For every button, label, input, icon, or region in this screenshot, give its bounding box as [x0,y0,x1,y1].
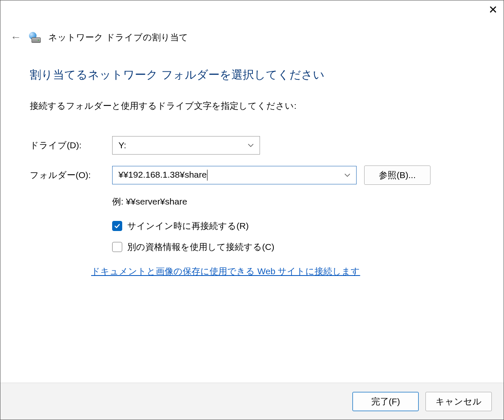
finish-label: 完了(F) [371,396,400,407]
credentials-checkbox[interactable] [112,242,122,252]
page-heading: 割り当てるネットワーク フォルダーを選択してください [30,67,474,82]
drive-label: ドライブ(D): [30,139,112,151]
finish-button[interactable]: 完了(F) [352,392,419,411]
reconnect-label: サインイン時に再接続する(R) [127,220,249,232]
wizard-window: ✕ ← ネットワーク ドライブの割り当て 割り当てるネットワーク フォルダーを選… [0,0,504,420]
wizard-header: ← ネットワーク ドライブの割り当て [0,19,504,44]
drive-value: Y: [118,140,126,150]
folder-combobox[interactable]: ¥¥192.168.1.38¥share [112,166,357,184]
folder-value: ¥¥192.168.1.38¥share [118,170,207,179]
credentials-row: 別の資格情報を使用して接続する(C) [112,241,474,253]
example-text: 例: ¥¥server¥share [112,196,474,207]
back-arrow-icon[interactable]: ← [10,31,21,44]
reconnect-checkbox[interactable] [112,221,122,231]
wizard-title: ネットワーク ドライブの割り当て [48,32,188,43]
folder-label: フォルダー(O): [30,169,112,181]
text-caret-icon [207,170,207,181]
reconnect-row: サインイン時に再接続する(R) [112,220,474,232]
wizard-footer: 完了(F) キャンセル [0,383,504,420]
web-link-row: ドキュメントと画像の保存に使用できる Web サイトに接続します [91,265,474,277]
credentials-label: 別の資格情報を使用して接続する(C) [127,241,274,253]
drive-row: ドライブ(D): Y: [30,136,474,155]
close-icon[interactable]: ✕ [488,4,498,15]
connect-website-link[interactable]: ドキュメントと画像の保存に使用できる Web サイトに接続します [91,266,360,276]
browse-button[interactable]: 参照(B)... [364,165,430,185]
wizard-content: 割り当てるネットワーク フォルダーを選択してください 接続するフォルダーと使用す… [0,44,504,383]
chevron-down-icon [248,142,254,149]
cancel-label: キャンセル [436,396,482,407]
folder-row: フォルダー(O): ¥¥192.168.1.38¥share 参照(B)... [30,165,474,185]
network-drive-icon [29,32,41,43]
drive-select[interactable]: Y: [112,136,260,155]
instruction-text: 接続するフォルダーと使用するドライブ文字を指定してください: [30,100,474,112]
titlebar: ✕ [0,0,504,19]
browse-label: 参照(B)... [379,169,416,181]
cancel-button[interactable]: キャンセル [425,392,492,411]
chevron-down-icon [344,172,350,178]
